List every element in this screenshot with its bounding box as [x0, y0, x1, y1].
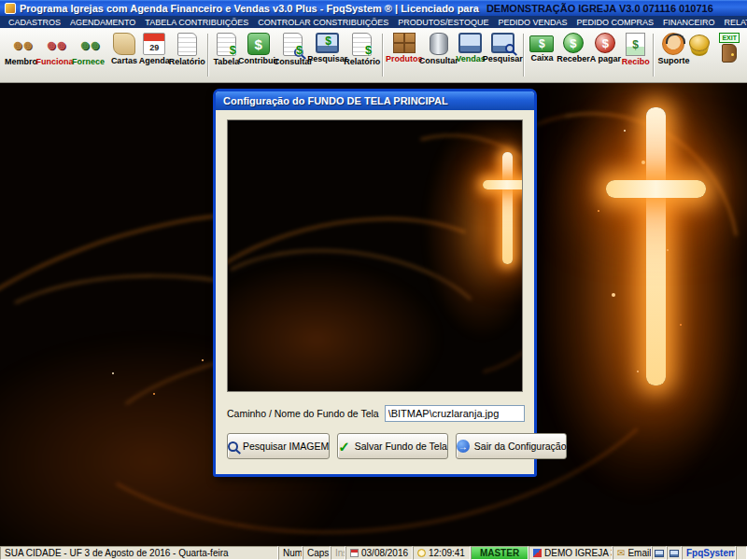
status-brand-text: FpqSystem [686, 548, 736, 558]
toolbar-button-receber[interactable]: Receber [557, 31, 590, 63]
toolbar-label: Receber [557, 55, 590, 63]
toolbar-label: Produtos [386, 55, 423, 63]
license-text: DEMONSTRAÇÃO IGREJA V3.0 071116 010716 [486, 3, 713, 14]
letters-icon [113, 33, 135, 55]
button-label: Pesquisar IMAGEM [243, 441, 329, 452]
menu-item-pedido-vendas[interactable]: PEDIDO VENDAS [493, 18, 571, 27]
status-time-text: 12:09:41 [429, 548, 465, 558]
search-image-button[interactable]: Pesquisar IMAGEM [227, 433, 330, 459]
status-user-text: MASTER [480, 548, 519, 558]
exit-arrow-icon [457, 440, 470, 453]
status-company-text: DEMO IGREJA 3.0 [544, 548, 613, 558]
payables-icon [595, 33, 615, 53]
toolbar-button-membro[interactable]: Membro [5, 31, 37, 66]
search-icon [228, 441, 238, 452]
toolbar-label: Caixa [530, 54, 553, 63]
toolbar-label: Vendas [456, 55, 486, 63]
main-area: Configuração do FUNDO DE TELA PRINCIPAL … [0, 83, 747, 546]
email-icon: ✉ [617, 549, 625, 558]
products-icon [393, 33, 416, 53]
toolbar-button-vendas[interactable]: Vendas [456, 31, 486, 63]
wallpaper-config-dialog: Configuração do FUNDO DE TELA PRINCIPAL … [213, 89, 537, 477]
toolbar-label: Cartas [111, 57, 137, 65]
toolbar-button-relatorio-contribuicoes[interactable]: Relatório [345, 31, 379, 66]
toolbar-button-contribuir[interactable]: Contribuir [241, 31, 275, 65]
dialog-title-bar[interactable]: Configuração do FUNDO DE TELA PRINCIPAL [216, 91, 534, 110]
status-user-badge: MASTER [471, 546, 529, 560]
app-icon [5, 3, 16, 14]
toolbar-button-pesquisar-contribuicoes[interactable]: Pesquisar [310, 31, 345, 63]
exit-button[interactable]: EXIT [719, 33, 740, 63]
menu-item-relatorios[interactable]: RELATÓRIOS [719, 18, 747, 27]
toolbar-button-funcionarios[interactable]: Funciona [37, 31, 72, 66]
title-bar: Programa Igrejas com Agenda Financeiro e… [0, 0, 747, 16]
status-date-text: 03/08/2016 [361, 548, 408, 558]
status-system-icon [667, 546, 682, 560]
exit-door-icon [722, 44, 737, 63]
toolbar-button-consultar-contribuicoes[interactable]: Consultar [275, 31, 310, 66]
receipt-icon [626, 33, 645, 56]
app-window: Programa Igrejas com Agenda Financeiro e… [0, 0, 747, 560]
status-email[interactable]: ✉ Email [613, 546, 652, 560]
dialog-title: Configuração do FUNDO DE TELA PRINCIPAL [223, 95, 448, 106]
calendar-icon [143, 33, 165, 55]
wallpaper-preview [227, 119, 523, 392]
toolbar-label: Consultar [419, 57, 458, 65]
toolbar: Membro Funciona Fornece Cartas Agenda Re… [0, 28, 747, 83]
preview-glowing-cross [483, 180, 523, 189]
toolbar-button-tabela[interactable]: Tabela [212, 31, 242, 66]
toolbar-label: A pagar [590, 55, 621, 63]
contribute-icon [247, 33, 270, 55]
toolbar-label: Suporte [657, 57, 689, 65]
toolbar-label: Fornece [72, 58, 105, 66]
magnifier-overlay-icon [505, 44, 514, 53]
calendar-icon [350, 549, 359, 557]
menu-item-cadastros[interactable]: CADASTROS [4, 18, 65, 27]
exit-config-button[interactable]: Sair da Configuração [456, 433, 568, 459]
members-icon [8, 33, 34, 56]
toolbar-label: Relatório [344, 58, 380, 66]
status-time: 12:09:41 [413, 546, 471, 560]
menu-bar: CADASTROS AGENDAMENTO TABELA CONTRIBUIÇÕ… [0, 16, 747, 28]
menu-item-tabela-contribuicoes[interactable]: TABELA CONTRIBUIÇÕES [140, 18, 253, 27]
toolbar-button-cartas[interactable]: Cartas [109, 31, 139, 65]
computer-icon [669, 550, 679, 557]
toolbar-button-pesquisar-vendas[interactable]: Pesquisar [486, 31, 520, 63]
wallpaper-path-input[interactable] [385, 405, 525, 422]
status-brand: FpqSystem [682, 546, 736, 560]
status-bar: SUA CIDADE - UF 3 de Agosto de 2016 - Qu… [0, 546, 747, 560]
suppliers-icon [76, 33, 101, 56]
toolbar-button-consultar-estoque[interactable]: Consultar [421, 31, 456, 65]
toolbar-separator [207, 34, 209, 77]
menu-item-controlar-contribuicoes[interactable]: CONTROLAR CONSTRIBUIÇÕES [253, 18, 393, 27]
toolbar-button-fornecedores[interactable]: Fornece [72, 31, 105, 66]
menu-item-financeiro[interactable]: FINANCEIRO [658, 18, 720, 27]
status-email-text: Email [627, 548, 651, 558]
num-lock-label: Num [283, 548, 303, 558]
toolbar-button-a-pagar[interactable]: A pagar [590, 31, 621, 63]
toolbar-button-produtos[interactable]: Produtos [387, 31, 421, 63]
toolbar-button-recibo[interactable]: Recibo [621, 31, 651, 66]
status-date: 03/08/2016 [345, 546, 413, 560]
menu-item-agendamento[interactable]: AGENDAMENTO [65, 18, 140, 27]
status-resize-grip [736, 546, 747, 560]
background-sparkles [112, 372, 114, 374]
menu-item-pedido-compras[interactable]: PEDIDO COMPRAS [571, 18, 658, 27]
save-wallpaper-button[interactable]: Salvar Fundo de Tela [337, 433, 448, 459]
glowing-cross [646, 107, 666, 385]
toolbar-button-suporte[interactable]: Suporte [657, 31, 689, 65]
toolbar-button-caixa[interactable]: Caixa [528, 31, 557, 63]
menu-item-produtos-estoque[interactable]: PRODUTOS/ESTOQUE [393, 18, 493, 27]
coins-icon[interactable] [689, 35, 710, 51]
save-check-icon [338, 440, 350, 454]
toolbar-button-relatorio-agenda[interactable]: Relatório [170, 31, 204, 66]
toolbar-label: Pesquisar [307, 55, 347, 63]
toolbar-button-agenda[interactable]: Agenda [139, 31, 170, 65]
toolbar-label: Funciona [36, 58, 74, 66]
caps-lock-label: Caps [307, 548, 329, 558]
sales-icon [458, 33, 482, 53]
toolbar-separator [382, 34, 384, 77]
consult-contributions-icon [283, 33, 303, 56]
receivables-icon [563, 33, 584, 53]
clock-icon [417, 549, 426, 557]
